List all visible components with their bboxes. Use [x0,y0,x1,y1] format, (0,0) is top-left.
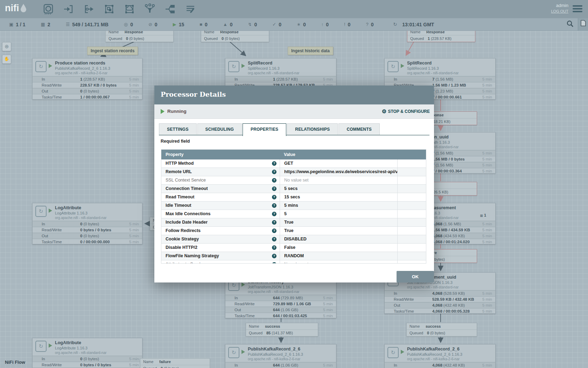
processor-stat-row: Read/Write 0 bytes / 0 bytes 5 min [33,362,142,368]
tab-comments[interactable]: COMMENTS [338,123,380,135]
birdseye-button[interactable]: ◎ [2,42,11,51]
status-item-value: 1 / 1 [16,22,25,27]
status-item-disabled: ↯ 0 [248,22,257,27]
dialog-title: Processor Details [154,86,434,98]
canvas-label[interactable]: Ingest station records [87,47,138,55]
input-port-icon[interactable] [63,4,74,15]
property-row[interactable]: Attributes to Send?No value set [161,260,426,264]
processor-icon[interactable] [43,4,54,15]
status-item-up-to-date: ✓ 0 [272,22,281,27]
pan-hand-button[interactable]: ✋ [2,55,11,64]
search-button[interactable] [566,20,574,29]
property-row[interactable]: SSL Context Service?No value set [161,176,426,185]
tab-relationships[interactable]: RELATIONSHIPS [287,123,338,135]
connection-label[interactable]: Namesuccess Queued85 (141.37 MB) [246,323,318,336]
tab-settings[interactable]: SETTINGS [159,123,197,135]
property-row[interactable]: Include Date Header?True [161,218,426,227]
connection-label[interactable]: Namefailure Queued0 (0 bytes) [140,358,210,368]
logout-link[interactable]: LOG OUT [551,9,568,13]
dialog-header: Processor Details [154,86,434,104]
stop-and-configure-button[interactable]: ⚙STOP & CONFIGURE [382,108,430,115]
property-row[interactable]: Read Timeout?15 secs [161,193,426,202]
label-icon[interactable] [185,4,196,15]
help-icon: ? [272,262,276,264]
help-icon: ? [272,178,276,183]
breadcrumb[interactable]: NiFi Flow [5,360,25,365]
property-value: False [280,244,397,252]
connection-name: success [265,324,280,328]
property-name: Connection Timeout? [161,185,280,193]
processor-type-icon: ↻ [387,61,399,72]
row-gutter [397,176,426,184]
property-row[interactable]: Max Idle Connections?5 [161,210,426,218]
funnel-icon[interactable] [144,4,155,15]
connection-label[interactable]: Namesuccess Queued0 (0 bytes) [406,323,477,336]
property-row[interactable]: Connection Timeout?5 secs [161,185,426,193]
property-value: DISABLED [280,235,397,243]
running-status-label: Running [167,109,187,114]
property-row[interactable]: HTTP Method?GET [161,159,426,168]
processor[interactable]: ↻ LogAttribute LogAttribute 1.16.3 org.a… [32,338,142,368]
status-item-value: 0 [254,22,257,27]
processor[interactable]: ↻ Produce station records PublishKafkaRe… [32,58,142,100]
status-item-value: 0 [279,22,281,27]
canvas-label[interactable]: Ingest historic data [288,47,333,55]
process-group-icon[interactable] [104,4,115,15]
queued-count: 0 [126,36,128,41]
invalid-icon: ▲ [223,22,227,27]
status-item-value: 0 [348,22,351,27]
remote-process-group-icon[interactable] [124,4,135,15]
processor-name: LogAttribute [55,205,81,210]
property-row[interactable]: Follow Redirects?True [161,227,426,235]
status-item-value: 0 [230,22,233,27]
queued-size: (0 bytes) [129,36,144,41]
stale-icon: ↑ [321,22,324,27]
property-row[interactable]: Cookie Strategy?DISABLED [161,235,426,244]
property-column-header: Property [161,150,280,159]
status-item-value: 0 [155,22,158,27]
stopped-icon: ■ [200,22,202,27]
property-row[interactable]: FlowFile Naming Strategy?RANDOM [161,252,426,260]
sidebar-toggle-button[interactable] [578,18,588,31]
property-value: No value set [280,176,397,184]
status-item-value: 2 [48,22,50,27]
property-row[interactable]: Idle Timeout?5 mins [161,202,426,210]
property-name: Follow Redirects? [161,227,280,235]
status-item-stale: ↑ 0 [321,22,329,27]
processor[interactable]: ↻ transform history JoltTransformJSON 1.… [225,277,336,318]
property-value: GET [280,159,397,168]
property-row[interactable]: Disable HTTP/2?False [161,244,426,252]
ok-button[interactable]: OK [397,271,434,282]
up-to-date-icon: ✓ [272,22,276,27]
status-item-cluster: ▣ 1 / 1 [9,22,26,27]
property-name: SSL Context Service? [161,176,280,184]
tab-properties[interactable]: PROPERTIES [243,123,286,136]
processor[interactable]: ↻ LogAttribute LogAttribute 1.16.3 org.a… [32,203,142,244]
property-name: Remote URL? [161,168,280,176]
tab-scheduling[interactable]: SCHEDULING [197,123,242,135]
unknown-version-icon: ? [366,22,368,27]
property-name: FlowFile Naming Strategy? [161,252,280,260]
global-menu-icon[interactable] [573,5,582,14]
row-gutter [397,168,426,176]
processor[interactable]: ↻ PublishKafkaRecord_2_6 PublishKafkaRec… [384,344,496,368]
row-gutter [397,235,426,243]
processor-type: PublishKafkaRecord_2_6 1.16.3 [407,352,462,356]
row-gutter [397,185,426,193]
processor-type: SplitRecord 1.16.3 [248,66,280,70]
running-icon [241,350,245,354]
property-row[interactable]: Remote URL?https://www.pegelonline.wsv.d… [161,168,426,176]
processor-name: SplitRecord [248,61,272,66]
processor-type: SplitRecord 1.16.3 [407,66,439,70]
refresh-control[interactable]: ↻ 13:01:41 GMT [393,22,434,27]
output-port-icon[interactable] [83,4,94,15]
processor[interactable]: ↻ PublishKafkaRecord_2_6 PublishKafkaRec… [225,344,336,368]
droplet-icon [20,4,27,13]
template-icon[interactable] [164,4,176,15]
processor-stat-row: Tasks/Time 0 / 00:00:00.000 5 min [33,239,142,244]
active-threads-icon: ▦ [41,22,45,27]
nifi-app: ↻ Produce station records PublishKafkaRe… [0,0,588,368]
queued-size: (0 bytes) [164,366,179,368]
processor-stat-row: Out 0(0 bytes) 5 min [33,233,142,239]
status-item-value: 0 [371,22,374,27]
